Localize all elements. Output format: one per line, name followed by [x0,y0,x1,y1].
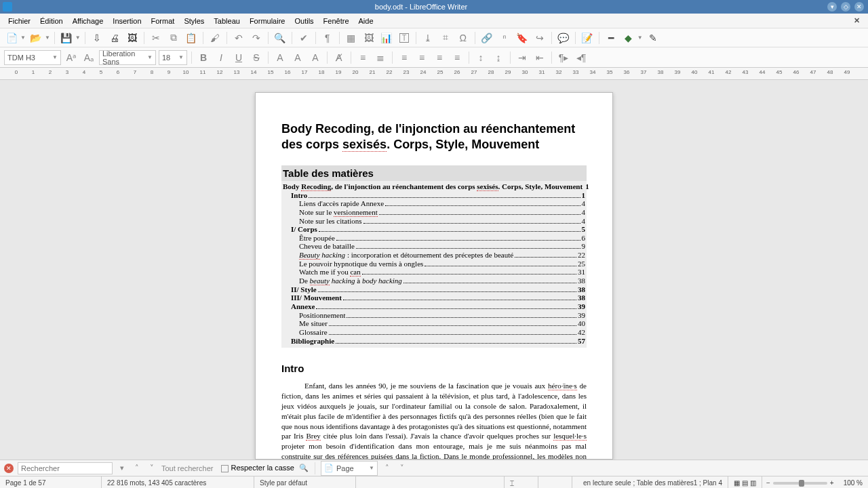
decrease-indent-icon: ⇤ [532,50,547,65]
toc-row[interactable]: II/ Style38 [283,285,585,294]
ltr-icon: ¶▸ [556,50,571,65]
document-page[interactable]: Body Recoding, de l'injonction au réench… [255,92,613,460]
menu-form[interactable]: Formulaire [245,16,290,26]
zoom-slider[interactable] [773,482,827,485]
toc-row[interactable]: Body Recoding, de l'injonction au réench… [283,182,585,191]
formatting-toolbar: TDM H3▼ Aᵃ Aₐ Liberation Sans▼ 18▼ B I U… [0,47,868,68]
toc-row[interactable]: Liens d'accès rapide Annexe4 [283,199,585,208]
window-title: body.odt - LibreOffice Writer [15,3,827,11]
status-readonly: en lecture seule ; Table des matières1 ;… [572,476,728,488]
align-left-icon: ≡ [397,50,412,65]
highlight-icon: A [290,50,305,65]
status-wordcount[interactable]: 22 816 mots, 143 405 caractères [102,476,254,488]
status-language[interactable] [356,476,505,488]
new-icon[interactable]: 📄 [4,30,19,45]
align-right-icon: ≡ [432,50,447,65]
find-all-label[interactable]: Tout rechercher [161,464,213,472]
font-name-combo[interactable]: Liberation Sans▼ [99,50,156,65]
toc-row[interactable]: Beauty hacking : incorporation et détour… [283,251,585,260]
insert-special-char-icon: Ω [456,30,471,45]
menu-file[interactable]: Fichier [4,16,35,26]
window-minimize-button[interactable]: ▾ [827,2,837,12]
match-case-label: Respecter la casse [231,464,294,472]
toc-row[interactable]: Positionnement39 [283,311,585,320]
toc-row[interactable]: Le pouvoir hypnotique du vernis à ongles… [283,260,585,268]
toc-row[interactable]: De beauty hacking à body hacking38 [283,277,585,285]
toc-row[interactable]: Note sur le versionnement4 [283,208,585,217]
toc-heading: Table des matières [281,165,587,181]
nav-prev-icon[interactable]: ˄ [382,464,393,472]
status-style[interactable]: Style par défaut [254,476,356,488]
number-list-icon: ≣ [373,50,388,65]
status-page[interactable]: Page 1 de 57 [0,476,102,488]
menubar: Fichier Édition Affichage Insertion Form… [0,14,868,28]
clear-formatting-icon: A̸ [332,50,347,65]
toc-row[interactable]: Cheveu de bataille9 [283,242,585,251]
menu-table[interactable]: Tableau [210,16,244,26]
toc-row[interactable]: Watch me if you can31 [283,268,585,277]
toc-row[interactable]: Annexe39 [283,302,585,311]
insert-chart-icon: 📊 [379,30,394,45]
menu-format[interactable]: Format [147,16,179,26]
save-icon[interactable]: 💾 [59,30,74,45]
toc-row[interactable]: III/ Mouvement38 [283,293,585,302]
menu-tools[interactable]: Outils [290,16,317,26]
zoom-control[interactable]: − + [762,479,838,487]
status-insert-mode[interactable]: ⌶ [505,476,538,488]
menu-view[interactable]: Affichage [68,16,108,26]
font-size-combo[interactable]: 18▼ [159,50,187,65]
window-close-button[interactable]: ✕ [854,2,864,12]
draw-functions-icon[interactable]: ✎ [646,30,660,45]
subscript-icon: Aₐ [81,50,96,65]
find-next-icon[interactable]: ˅ [146,464,157,472]
toc-row[interactable]: Glossaire42 [283,328,585,337]
match-case-checkbox[interactable] [221,465,229,472]
menu-window[interactable]: Fenêtre [319,16,353,26]
close-document-button[interactable]: ✕ [850,15,864,26]
paragraph-style-combo[interactable]: TDM H3▼ [4,50,61,65]
export-pdf-icon[interactable]: ⇩ [90,30,104,45]
print-icon[interactable]: 🖨 [107,30,122,45]
insert-hyperlink-icon: 🔗 [479,30,494,45]
document-title: Body Recoding, de l'injonction au réench… [281,121,587,152]
find-prev-icon[interactable]: ˄ [132,464,142,472]
window-titlebar: body.odt - LibreOffice Writer ▾ ◇ ✕ [0,0,868,14]
toc-row[interactable]: Me situer40 [283,319,585,328]
menu-edit[interactable]: Édition [36,16,67,26]
find-options-icon[interactable]: 🔍 [298,464,309,472]
insert-textbox-icon: 🅃 [397,30,412,45]
toc-row[interactable]: I/ Corps5 [283,225,585,234]
cut-icon: ✂ [149,30,163,45]
zoom-out-icon[interactable]: − [766,479,770,487]
zoom-value[interactable]: 100 % [838,476,868,488]
navigate-by-combo[interactable]: 📄Page▼ [321,461,378,476]
draw-line-icon[interactable]: ━ [604,30,618,45]
insert-field-icon: ⌗ [438,30,453,45]
toc-row[interactable]: Bibliographie57 [283,337,585,346]
toc-row[interactable]: Être poupée6 [283,234,585,243]
find-dropdown-icon[interactable]: ▾ [117,464,127,472]
strikethrough-icon: S [249,50,264,65]
window-maximize-button[interactable]: ◇ [841,2,850,12]
toc-row[interactable]: Note sur les citations4 [283,217,585,226]
menu-styles[interactable]: Styles [180,16,208,26]
horizontal-ruler[interactable]: 0123456789101112131415161718192021222324… [0,68,868,80]
insert-crossref-icon: ↪ [532,30,547,45]
find-input[interactable] [18,462,113,474]
status-selection-mode[interactable] [538,476,572,488]
menu-help[interactable]: Aide [355,16,378,26]
track-changes-icon[interactable]: 📝 [580,30,595,45]
find-icon[interactable]: 🔍 [273,30,288,45]
zoom-in-icon[interactable]: + [830,479,834,487]
toc-row[interactable]: Intro1 [283,191,585,200]
open-icon[interactable]: 📂 [28,30,43,45]
menu-insert[interactable]: Insertion [108,16,145,26]
intro-paragraph: Enfant, dans les années 90, je me souvie… [281,381,587,460]
nav-next-icon[interactable]: ˅ [397,464,408,472]
close-findbar-button[interactable]: ✕ [4,464,14,473]
draw-shape-icon[interactable]: ◆ [621,30,636,45]
paste-icon: 📋 [184,30,199,45]
italic-icon: I [214,50,229,65]
status-view-icons[interactable]: ▦ ▤ ▥ [728,476,762,488]
print-preview-icon[interactable]: 🖼 [125,30,140,45]
